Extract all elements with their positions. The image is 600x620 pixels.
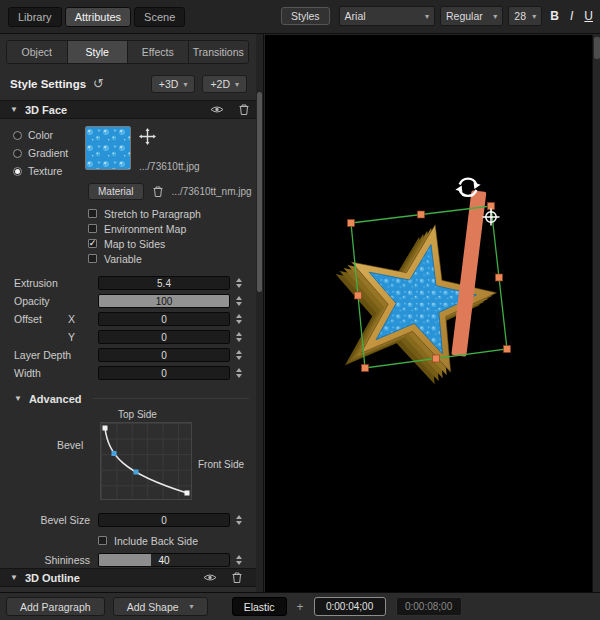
tab-attributes[interactable]: Attributes	[65, 7, 131, 27]
elastic-button[interactable]: Elastic	[232, 597, 287, 616]
stepper-icon[interactable]	[234, 367, 244, 379]
italic-button[interactable]: I	[567, 9, 576, 23]
offset-x-input[interactable]: 0	[98, 312, 230, 326]
checkbox-icon[interactable]	[88, 254, 97, 263]
selection-handle[interactable]	[362, 365, 369, 372]
checkbox-icon[interactable]	[88, 209, 97, 218]
stepper-icon[interactable]	[234, 554, 244, 566]
tab-object[interactable]: Object	[7, 41, 68, 63]
stepper-icon[interactable]	[234, 295, 244, 307]
advanced-section-header[interactable]: Advanced	[14, 391, 249, 406]
environment-map-checkbox[interactable]: Environment Map	[88, 221, 263, 236]
material-row: Material .../73610tt_nm.jpg	[88, 183, 263, 200]
checkbox-icon[interactable]	[98, 536, 107, 545]
scrollbar-thumb[interactable]	[594, 37, 600, 59]
outline-section-header[interactable]: 3D Outline	[0, 568, 256, 587]
bevel-size-input[interactable]: 0	[98, 513, 230, 527]
tab-transitions[interactable]: Transitions	[189, 41, 249, 63]
selection-handle[interactable]	[504, 346, 511, 353]
bevel-point-handle	[185, 491, 190, 496]
shininess-slider[interactable]: 40	[98, 553, 230, 567]
disclosure-triangle-icon[interactable]	[10, 106, 18, 114]
stepper-icon[interactable]	[234, 277, 244, 289]
add-paragraph-button[interactable]: Add Paragraph	[6, 597, 105, 616]
plus-icon[interactable]	[297, 600, 304, 614]
radio-icon[interactable]	[13, 149, 22, 158]
reset-icon[interactable]	[93, 79, 104, 89]
style-settings-title: Style Settings	[10, 78, 86, 90]
selection-handle[interactable]	[496, 274, 503, 281]
add-paragraph-label: Add Paragraph	[20, 601, 91, 613]
trash-icon[interactable]	[235, 104, 253, 115]
width-input[interactable]: 0	[98, 366, 230, 380]
move-icon[interactable]	[139, 128, 200, 147]
extrusion-input[interactable]: 5.4	[98, 276, 230, 290]
opacity-slider[interactable]: 100	[98, 294, 230, 308]
selection-handle[interactable]	[418, 211, 425, 218]
add-3d-button[interactable]: +3D	[151, 75, 196, 93]
font-style-value: Regular	[446, 10, 483, 22]
variable-checkbox[interactable]: Variable	[88, 251, 263, 266]
trash-icon[interactable]	[228, 572, 246, 583]
checkbox-icon[interactable]	[88, 224, 97, 233]
font-family-select[interactable]: Arial	[339, 6, 435, 26]
panel-scrollbar[interactable]	[256, 34, 263, 592]
map-to-sides-checkbox[interactable]: Map to Sides	[88, 236, 263, 251]
disclosure-triangle-icon[interactable]	[14, 395, 22, 403]
eye-icon[interactable]	[199, 573, 221, 582]
include-back-side-row: Include Back Side	[98, 533, 263, 548]
offset-y-input[interactable]: 0	[98, 330, 230, 344]
extrusion-label: Extrusion	[14, 277, 98, 289]
styles-button[interactable]: Styles	[281, 7, 330, 25]
stretch-to-paragraph-checkbox[interactable]: Stretch to Paragraph	[88, 206, 263, 221]
disclosure-triangle-icon[interactable]	[10, 574, 18, 582]
duration-current-field[interactable]: 0:00:04;00	[314, 597, 386, 616]
radio-icon[interactable]	[13, 131, 22, 140]
bold-button[interactable]: B	[547, 9, 562, 23]
anchor-icon[interactable]	[483, 209, 500, 226]
fill-mode-gradient[interactable]: Gradient	[13, 147, 85, 159]
add-shape-button[interactable]: Add Shape	[113, 597, 208, 616]
add-3d-label: +3D	[159, 78, 179, 90]
canvas-scrollbar[interactable]	[592, 35, 600, 592]
font-style-select[interactable]: Regular	[440, 6, 503, 26]
checkbox-icon[interactable]	[88, 239, 97, 248]
tab-scene[interactable]: Scene	[134, 7, 185, 27]
add-2d-button[interactable]: +2D	[202, 75, 247, 93]
main-tab-bar: Library Attributes Scene	[8, 7, 185, 27]
add-shape-label: Add Shape	[127, 601, 179, 613]
tab-library[interactable]: Library	[8, 7, 62, 27]
selection-handle[interactable]	[348, 220, 355, 227]
scrollbar-thumb[interactable]	[257, 92, 262, 292]
texture-thumbnail[interactable]	[85, 126, 131, 170]
underline-button[interactable]: U	[581, 9, 596, 23]
selection-handle[interactable]	[488, 203, 495, 210]
selection-handle[interactable]	[355, 292, 362, 299]
bevel-curve-editor[interactable]	[100, 422, 192, 500]
fill-mode-color[interactable]: Color	[13, 129, 85, 141]
radio-icon[interactable]	[13, 167, 22, 176]
tab-style[interactable]: Style	[68, 41, 129, 63]
stepper-icon[interactable]	[234, 313, 244, 325]
stepper-icon[interactable]	[234, 514, 244, 526]
bevel-size-value: 0	[161, 515, 167, 526]
material-button[interactable]: Material	[88, 183, 144, 200]
offset-x-value: 0	[161, 314, 167, 325]
layer-depth-input[interactable]: 0	[98, 348, 230, 362]
outline-bar[interactable]	[451, 190, 486, 357]
tab-effects[interactable]: Effects	[128, 41, 189, 63]
stepper-icon[interactable]	[234, 331, 244, 343]
eye-icon[interactable]	[206, 105, 228, 114]
stepper-icon[interactable]	[234, 349, 244, 361]
selection-handle[interactable]	[433, 355, 440, 362]
face-section-header[interactable]: 3D Face	[0, 100, 263, 119]
outline-section-title: 3D Outline	[25, 572, 192, 584]
include-back-side-checkbox[interactable]: Include Back Side	[98, 533, 263, 548]
fill-mode-texture[interactable]: Texture	[13, 165, 85, 177]
duration-total-field[interactable]: 0:00:08;00	[396, 597, 462, 616]
font-size-select[interactable]: 28	[508, 6, 542, 26]
chevron-down-icon	[532, 12, 536, 21]
design-canvas[interactable]	[265, 35, 592, 592]
trash-icon[interactable]	[149, 186, 167, 197]
bevel-point-handle	[112, 451, 117, 456]
